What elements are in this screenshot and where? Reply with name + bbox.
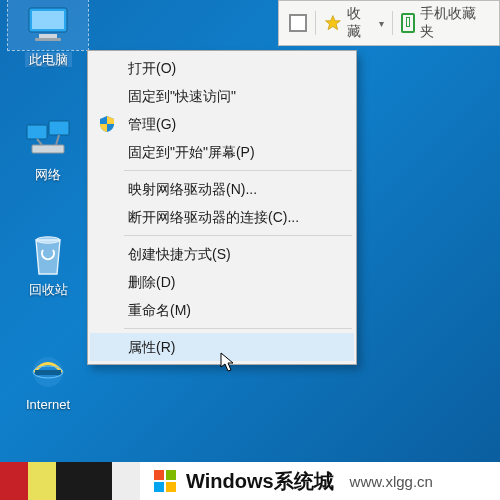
ie-icon xyxy=(8,345,88,395)
menu-item-disconnect-network-drive[interactable]: 断开网络驱动器的连接(C)... xyxy=(90,203,354,231)
watermark-color-bars xyxy=(0,462,140,500)
menu-separator xyxy=(124,328,352,329)
desktop-icon-recycle-bin[interactable]: 回收站 xyxy=(8,230,88,297)
desktop-icon-label: 网络 xyxy=(8,167,88,182)
context-menu: 打开(O) 固定到"快速访问" 管理(G) 固定到"开始"屏幕(P) 映射网络驱… xyxy=(87,50,357,365)
desktop-icon-network[interactable]: 网络 xyxy=(8,115,88,182)
network-icon xyxy=(8,115,88,165)
svg-rect-12 xyxy=(35,370,61,375)
menu-item-pin-quick-access[interactable]: 固定到"快速访问" xyxy=(90,82,354,110)
menu-separator xyxy=(124,170,352,171)
menu-item-pin-start[interactable]: 固定到"开始"屏幕(P) xyxy=(90,138,354,166)
desktop-icon-label: 回收站 xyxy=(8,282,88,297)
computer-icon xyxy=(8,0,88,50)
watermark-bar: Windows系统城 www.xlgg.cn xyxy=(0,462,500,500)
desktop-icon-label: 此电脑 xyxy=(25,52,72,67)
menu-item-open[interactable]: 打开(O) xyxy=(90,54,354,82)
menu-item-map-network-drive[interactable]: 映射网络驱动器(N)... xyxy=(90,175,354,203)
watermark-title: Windows系统城 xyxy=(186,468,334,495)
menu-item-manage[interactable]: 管理(G) xyxy=(90,110,354,138)
svg-rect-4 xyxy=(35,38,61,41)
windows-logo-icon xyxy=(154,470,176,492)
desktop-icon-label: Internet xyxy=(8,397,88,412)
menu-item-properties[interactable]: 属性(R) xyxy=(90,333,354,361)
menu-item-create-shortcut[interactable]: 创建快捷方式(S) xyxy=(90,240,354,268)
desktop-icon-internet-explorer[interactable]: Internet xyxy=(8,345,88,412)
svg-point-10 xyxy=(36,237,60,243)
recycle-bin-icon xyxy=(8,230,88,280)
watermark-url: www.xlgg.cn xyxy=(350,473,433,490)
svg-line-8 xyxy=(37,139,42,145)
svg-rect-7 xyxy=(32,145,64,153)
svg-rect-5 xyxy=(27,125,47,139)
svg-rect-3 xyxy=(39,34,57,38)
svg-rect-6 xyxy=(49,121,69,135)
desktop-icon-this-pc[interactable]: 此电脑 xyxy=(8,0,88,67)
menu-item-rename[interactable]: 重命名(M) xyxy=(90,296,354,324)
menu-separator xyxy=(124,235,352,236)
shield-icon xyxy=(98,114,118,134)
svg-rect-2 xyxy=(32,11,64,29)
menu-item-delete[interactable]: 删除(D) xyxy=(90,268,354,296)
svg-line-9 xyxy=(56,135,59,145)
